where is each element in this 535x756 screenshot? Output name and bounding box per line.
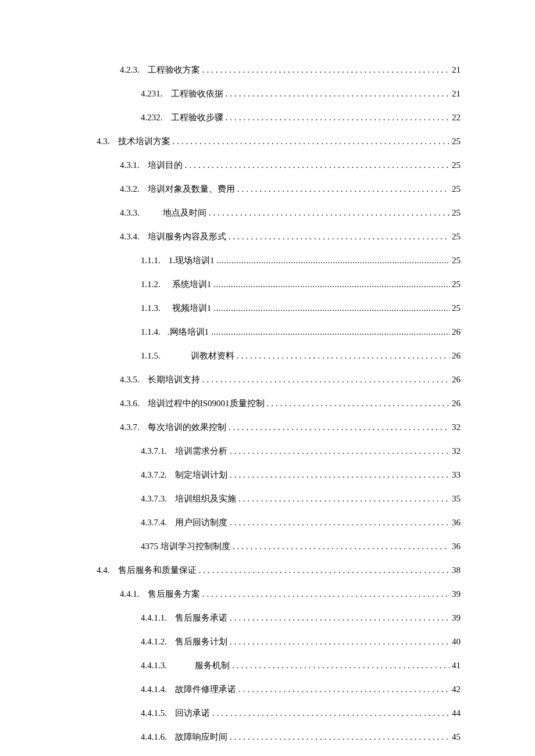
toc-entry-title: 制定培训计划 [175, 469, 227, 481]
toc-entry-leader-dots: ........................................… [229, 231, 450, 243]
toc-page: 4.2.3.工程验收方案............................… [0, 0, 535, 756]
toc-entry-title: 4375 培训学习控制制度 [141, 540, 230, 553]
toc-entry-leader-dots: ........................................… [212, 707, 450, 719]
toc-entry-page: 39 [452, 588, 461, 600]
toc-entry-number: 4.3.1. [120, 159, 140, 171]
toc-entry-leader-dots: ........................................… [202, 588, 450, 600]
toc-entry-page: 41 [452, 660, 461, 672]
toc-entry-page: 32 [452, 445, 461, 457]
toc-entry-leader-dots: ........................................… [232, 660, 450, 672]
toc-entry-title: 工程验收步骤 [171, 112, 223, 124]
toc-entry-leader-dots: ........................................… [185, 159, 450, 171]
toc-entry: 1.1.2.系统培训1.............................… [74, 278, 461, 291]
toc-entry-number: 4.4.1.3. [141, 660, 167, 672]
toc-entry-number: 4.4.1.1. [141, 612, 167, 624]
toc-entry-number: 1.1.4. [141, 326, 160, 338]
toc-entry-title: 售后服务承诺 [175, 612, 227, 624]
toc-entry-number: 1.1.3. [141, 302, 160, 314]
toc-entry-title: 地点及时间 [163, 207, 206, 219]
toc-entry-title: 售后服务计划 [175, 636, 227, 648]
toc-entry-title: 回访承诺 [175, 707, 210, 719]
toc-entry-leader-dots: ........................................… [237, 183, 450, 195]
toc-entry-leader-dots: ........................................… [226, 112, 450, 124]
toc-entry-title: 服务机制 [195, 660, 230, 672]
toc-entry-leader-dots: ........................................… [238, 683, 450, 696]
toc-entry-title: 工程验收方案 [148, 64, 200, 76]
toc-entry-title: 每次培训的效果控制 [148, 421, 226, 433]
toc-entry-number: 4.3.7. [120, 421, 140, 433]
toc-entry-page: 36 [452, 540, 461, 553]
toc-entry-number: 4.3. [97, 135, 110, 148]
toc-entry: 4.3.1.培训目的..............................… [74, 159, 461, 171]
toc-entry-leader-dots: ........................................… [230, 445, 450, 457]
toc-entry-number: 4.3.7.3. [141, 493, 167, 505]
toc-entry: 4.4.1.4.故障件修理承诺.........................… [74, 683, 461, 696]
toc-entry-title: 培训组织及实施 [175, 493, 236, 505]
toc-entry-page: 25 [452, 135, 461, 148]
toc-entry-number: 4.3.7.2. [141, 469, 167, 481]
toc-entry-page: 21 [452, 64, 461, 76]
toc-entry-title: 故障响应时间 [175, 731, 227, 743]
toc-entry-page: 39 [452, 612, 461, 624]
toc-entry-leader-dots: ........................................… [211, 326, 450, 338]
toc-entry-title: 技术培训方案 [118, 135, 170, 148]
toc-entry-number: 4.3.7.4. [141, 517, 167, 529]
toc-entry-title: 训教材资料 [191, 350, 234, 362]
toc-entry-page: 26 [452, 374, 461, 386]
toc-entry-page: 38 [452, 564, 461, 576]
toc-entry-leader-dots: ........................................… [202, 374, 450, 386]
toc-entry-title: 1.现场培训1 [169, 255, 215, 267]
toc-entry-title: 用户回访制度 [175, 517, 227, 529]
toc-entry-number: 1.1.1. [141, 255, 160, 267]
toc-entry-page: 25 [452, 159, 461, 171]
toc-entry-page: 25 [452, 183, 461, 195]
toc-entry: 4.3.5.长期培训支持............................… [74, 374, 461, 386]
toc-entry-title: 培训需求分析 [175, 445, 227, 457]
toc-entry: 4.231.工程验收依据............................… [74, 88, 461, 100]
toc-entry-number: 4.3.3. [120, 207, 140, 219]
toc-entry: 4.2.3.工程验收方案............................… [74, 64, 461, 76]
toc-entry: 1.1.5.训教材资料.............................… [74, 350, 461, 362]
toc-entry-number: 4.4.1.6. [141, 731, 167, 743]
toc-entry-page: 36 [452, 517, 461, 529]
toc-entry: 1.1.1.1.现场培训1...........................… [74, 255, 461, 267]
toc-entry: 4375 培训学习控制制度...........................… [74, 540, 461, 553]
toc-entry-page: 26 [452, 397, 461, 410]
toc-entry-leader-dots: ........................................… [230, 636, 450, 648]
toc-entry: 4.3.7.2.制定培训计划..........................… [74, 469, 461, 481]
toc-entry-number: 4.4.1. [120, 588, 140, 600]
toc-entry: 4.3.7.3.培训组织及实施.........................… [74, 493, 461, 505]
toc-entry-page: 21 [452, 88, 461, 100]
toc-entry-leader-dots: ........................................… [233, 540, 450, 553]
toc-entry-number: 4.4.1.5. [141, 707, 167, 719]
toc-entry: 1.1.3.视频培训1.............................… [74, 302, 461, 314]
toc-entry-leader-dots: ........................................… [213, 302, 450, 314]
toc-entry-leader-dots: ........................................… [230, 612, 450, 624]
toc-entry: 4.4.1.1.售后服务承诺..........................… [74, 612, 461, 624]
toc-entry-title: 售后服务方案 [148, 588, 200, 600]
toc-entry-leader-dots: ........................................… [173, 135, 450, 148]
toc-entry-page: 25 [452, 207, 461, 219]
toc-entry-number: 1.1.2. [141, 278, 160, 291]
toc-entry-title: 故障件修理承诺 [175, 683, 236, 696]
toc-entry-page: 42 [452, 683, 461, 696]
toc-entry: 4.232.工程验收步骤............................… [74, 112, 461, 124]
toc-entry-title: 售后服务和质量保证 [118, 564, 197, 576]
toc-entry: 4.4.1.3.服务机制............................… [74, 660, 461, 672]
toc-entry-page: 33 [452, 469, 461, 481]
toc-entry-page: 26 [452, 326, 461, 338]
toc-entry-number: 4.4.1.2. [141, 636, 167, 648]
toc-entry-leader-dots: ........................................… [229, 421, 450, 433]
toc-entry-page: 25 [452, 278, 461, 291]
toc-entry: 4.3.6.培训过程中的IS09001质量控制.................… [74, 397, 461, 410]
toc-entry-leader-dots: ........................................… [267, 397, 450, 410]
toc-container: 4.2.3.工程验收方案............................… [74, 64, 461, 756]
toc-entry: 4.3.2.培训对象及数量、费用........................… [74, 183, 461, 195]
toc-entry-number: 1.1.5. [141, 350, 160, 362]
toc-entry-number: 4.231. [141, 88, 163, 100]
toc-entry-leader-dots: ........................................… [209, 207, 450, 219]
toc-entry-page: 44 [452, 707, 461, 719]
toc-entry: 4.4.1.售后服务方案............................… [74, 588, 461, 600]
toc-entry-title: 工程验收依据 [171, 88, 223, 100]
toc-entry: 4.3.7.4.用户回访制度..........................… [74, 517, 461, 529]
